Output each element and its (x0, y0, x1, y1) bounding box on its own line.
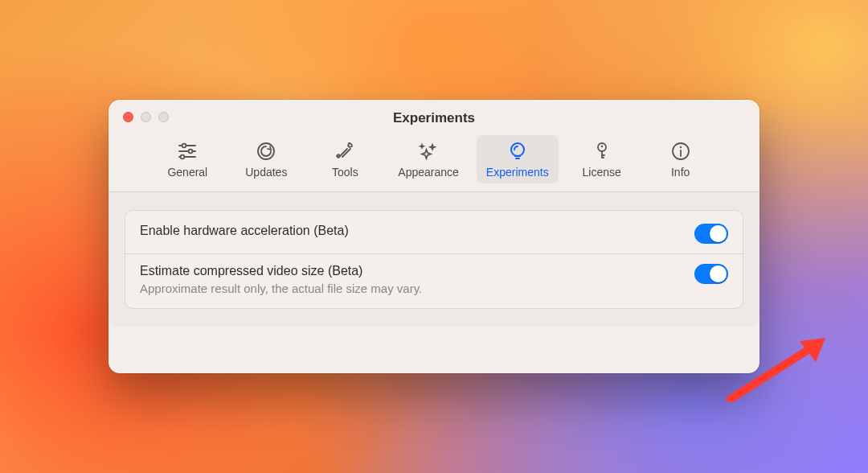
svg-point-1 (182, 144, 186, 148)
tab-label: Info (671, 166, 690, 179)
svg-point-5 (181, 155, 185, 159)
tools-icon (334, 140, 356, 162)
settings-card: Enable hardware acceleration (Beta) Esti… (125, 210, 743, 309)
tab-info[interactable]: Info (645, 135, 716, 183)
setting-label: Enable hardware acceleration (Beta) (140, 224, 694, 238)
tab-label: License (583, 166, 621, 179)
tab-label: Appearance (398, 166, 459, 179)
close-button[interactable] (123, 112, 133, 122)
toolbar: General Updates Tools (108, 132, 760, 192)
tab-general[interactable]: General (152, 135, 223, 183)
minimize-button[interactable] (141, 112, 151, 122)
zoom-button[interactable] (158, 112, 169, 122)
svg-point-3 (189, 150, 193, 154)
sliders-icon (176, 140, 199, 162)
setting-sublabel: Approximate result only, the actual file… (140, 282, 694, 295)
window-title: Experiments (393, 105, 475, 126)
lightbulb-icon (506, 140, 529, 162)
setting-label: Estimate compressed video size (Beta) (140, 264, 694, 278)
toggle-estimate-size[interactable] (694, 264, 728, 284)
toggle-hardware-acceleration[interactable] (694, 224, 728, 244)
preferences-window: Experiments General Updates (108, 100, 760, 373)
tab-tools[interactable]: Tools (309, 135, 380, 183)
key-icon (591, 140, 613, 162)
tab-label: General (167, 166, 207, 179)
svg-point-11 (679, 146, 681, 148)
sparkles-icon (417, 140, 440, 162)
tab-label: Experiments (486, 166, 549, 179)
setting-hardware-acceleration: Enable hardware acceleration (Beta) (125, 214, 743, 253)
tab-license[interactable]: License (567, 135, 637, 183)
tab-label: Updates (245, 166, 287, 179)
window-controls (123, 112, 169, 122)
tab-updates[interactable]: Updates (231, 135, 301, 183)
tab-experiments[interactable]: Experiments (477, 135, 559, 183)
setting-estimate-size: Estimate compressed video size (Beta) Ap… (125, 253, 743, 305)
refresh-icon (255, 140, 277, 162)
tab-label: Tools (332, 166, 358, 179)
tab-appearance[interactable]: Appearance (388, 135, 469, 183)
content-area: Enable hardware acceleration (Beta) Esti… (108, 192, 760, 327)
svg-point-7 (511, 143, 524, 156)
info-icon (669, 140, 692, 162)
svg-point-9 (600, 146, 602, 147)
svg-point-6 (258, 143, 274, 159)
titlebar: Experiments (108, 100, 760, 132)
